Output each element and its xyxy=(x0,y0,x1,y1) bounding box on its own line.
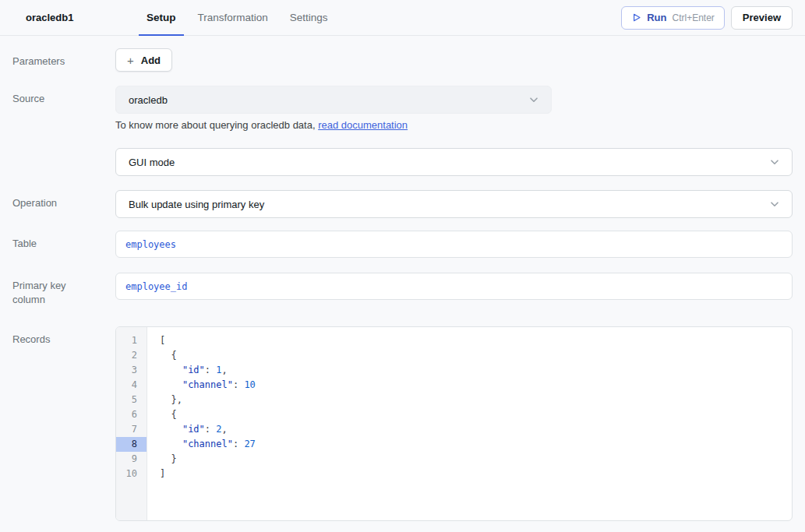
helper-text: To know more about querying oracledb dat… xyxy=(115,119,318,131)
table-label: Table xyxy=(12,231,90,251)
code-line[interactable]: }, xyxy=(160,393,792,407)
tab-settings[interactable]: Settings xyxy=(282,0,336,35)
code-line[interactable]: ] xyxy=(160,467,792,481)
chevron-down-icon xyxy=(768,156,781,168)
line-number: 4 xyxy=(116,378,147,393)
line-number: 6 xyxy=(116,407,147,422)
code-line[interactable]: "channel": 10 xyxy=(160,378,792,393)
tab-setup[interactable]: Setup xyxy=(139,0,184,35)
run-button[interactable]: Run Ctrl+Enter xyxy=(621,6,725,30)
parameters-label: Parameters xyxy=(12,48,90,69)
preview-button[interactable]: Preview xyxy=(731,6,793,30)
chevron-down-icon xyxy=(768,198,781,210)
operation-row: Operation Bulk update using primary key xyxy=(12,190,793,218)
table-input[interactable] xyxy=(115,231,793,258)
line-number: 3 xyxy=(116,363,147,378)
parameters-row: Parameters + Add xyxy=(12,48,793,72)
run-shortcut: Ctrl+Enter xyxy=(672,12,714,23)
mode-select[interactable]: GUI mode xyxy=(115,148,793,176)
editor-code[interactable]: [ { "id": 1, "channel": 10 }, { "id": 2,… xyxy=(147,327,792,520)
records-label: Records xyxy=(12,326,90,347)
line-number: 8 xyxy=(116,437,147,452)
code-line[interactable]: [ xyxy=(160,333,792,348)
plus-icon: + xyxy=(127,55,134,66)
play-icon xyxy=(631,12,641,23)
code-line[interactable]: } xyxy=(160,452,792,467)
mode-label-spacer xyxy=(12,148,90,154)
source-label: Source xyxy=(12,86,90,106)
add-label: Add xyxy=(141,55,161,66)
records-editor: 12345678910 [ { "id": 1, "channel": 10 }… xyxy=(115,326,793,521)
setup-panel: Parameters + Add Source oracledb To know… xyxy=(0,36,805,532)
line-number: 5 xyxy=(116,393,147,407)
chevron-down-icon xyxy=(528,93,540,106)
table-row: Table xyxy=(12,231,793,258)
tab-transformation[interactable]: Transformation xyxy=(190,0,276,35)
code-line[interactable]: "id": 2, xyxy=(160,422,792,437)
source-helper-text: To know more about querying oracledb dat… xyxy=(115,119,793,131)
line-number: 2 xyxy=(116,348,147,363)
mode-selected-value: GUI mode xyxy=(129,157,175,168)
primary-key-label: Primary key column xyxy=(12,273,90,307)
records-row: Records 12345678910 [ { "id": 1, "channe… xyxy=(12,326,793,521)
editor-gutter: 12345678910 xyxy=(116,327,147,520)
header-actions: Run Ctrl+Enter Preview xyxy=(621,0,793,35)
query-editor: oracledb1 SetupTransformationSettings Ru… xyxy=(0,0,805,532)
code-line[interactable]: "id": 1, xyxy=(160,363,792,378)
line-number: 7 xyxy=(116,422,147,437)
code-line[interactable]: "channel": 27 xyxy=(160,437,792,452)
add-parameter-button[interactable]: + Add xyxy=(115,48,172,72)
primary-key-input[interactable] xyxy=(115,273,793,300)
line-number: 10 xyxy=(116,467,147,481)
line-number: 9 xyxy=(116,452,147,467)
mode-row: GUI mode xyxy=(12,148,793,176)
topbar: oracledb1 SetupTransformationSettings Ru… xyxy=(0,0,805,36)
query-title: oracledb1 xyxy=(26,0,139,35)
operation-selected-value: Bulk update using primary key xyxy=(129,199,264,210)
line-number: 1 xyxy=(116,333,147,348)
run-label: Run xyxy=(647,12,666,23)
read-documentation-link[interactable]: read documentation xyxy=(318,119,408,131)
operation-label: Operation xyxy=(12,190,90,210)
source-select[interactable]: oracledb xyxy=(115,86,552,114)
primary-key-row: Primary key column xyxy=(12,273,793,307)
source-row: Source oracledb To know more about query… xyxy=(12,86,793,131)
code-line[interactable]: { xyxy=(160,348,792,363)
source-selected-value: oracledb xyxy=(129,94,168,106)
tabs: SetupTransformationSettings xyxy=(139,0,336,35)
code-line[interactable]: { xyxy=(160,407,792,422)
operation-select[interactable]: Bulk update using primary key xyxy=(115,190,793,218)
